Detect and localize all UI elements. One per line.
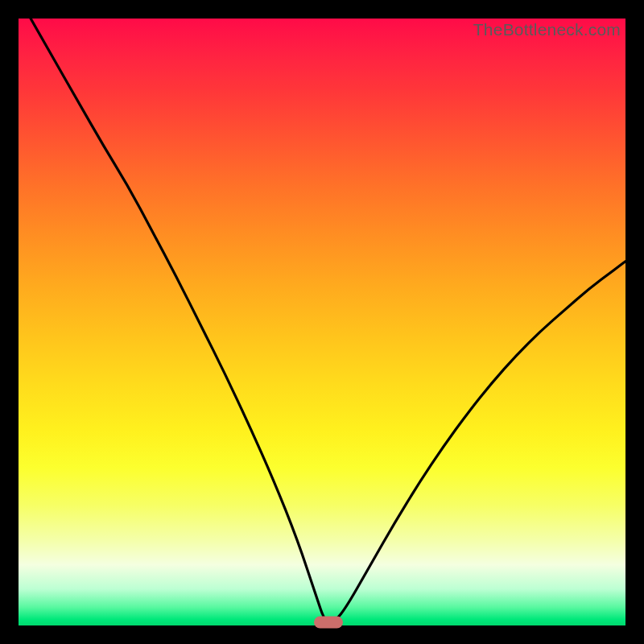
optimal-marker: [314, 617, 343, 629]
bottleneck-curve: [19, 19, 625, 625]
plot-area: TheBottleneck.com: [19, 19, 625, 625]
chart-frame: TheBottleneck.com: [0, 0, 644, 644]
